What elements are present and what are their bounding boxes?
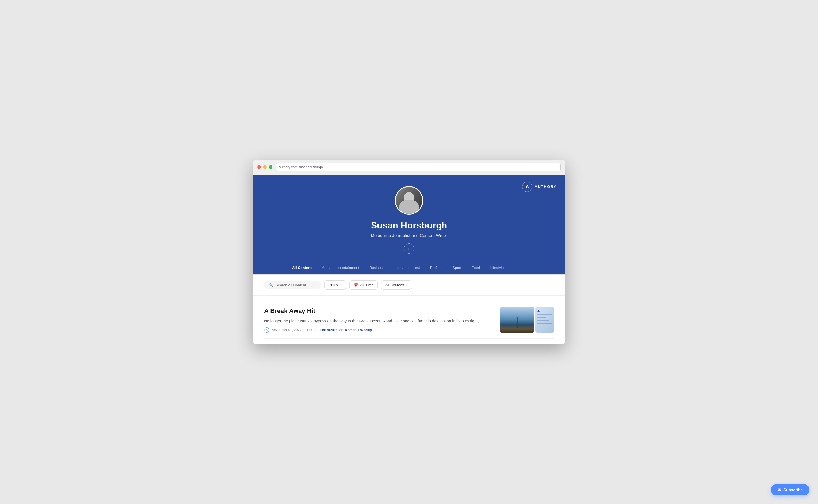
hero-section: A AUTHORY Susan Horsburgh Melbourne Jour… <box>253 175 565 274</box>
browser-chrome: authory.com/susanhorsburgh <box>253 160 565 175</box>
mag-line <box>537 317 546 318</box>
authory-logo-icon: A <box>522 182 532 192</box>
category-tabs: All Content Arts and entertainment Busin… <box>281 262 537 274</box>
article-thumbnail-2 <box>535 307 554 333</box>
tab-all-content[interactable]: All Content <box>287 262 317 274</box>
avatar-image <box>396 187 422 214</box>
article-thumbnail-1 <box>500 307 534 333</box>
content-type-dropdown[interactable]: PDFs ▾ <box>324 280 346 290</box>
authory-logo[interactable]: A AUTHORY <box>522 182 557 192</box>
search-wrapper[interactable]: 🔍 <box>264 281 321 289</box>
subscribe-button[interactable]: ✉ Subscribe <box>771 484 809 495</box>
tab-food[interactable]: Food <box>466 262 485 274</box>
mag-line <box>537 323 552 324</box>
mag-line <box>537 314 552 315</box>
calendar-icon: 📅 <box>354 283 358 287</box>
article-meta: A November 01, 2022 · PDF at The Austral… <box>264 327 494 333</box>
chevron-down-icon-2: ▾ <box>406 283 408 287</box>
mag-line <box>537 320 549 321</box>
mag-line <box>537 322 546 322</box>
avatar <box>395 186 423 215</box>
source-filter-dropdown[interactable]: All Sources ▾ <box>381 280 412 290</box>
source-filter-value: All Sources <box>385 283 404 287</box>
article-type: PDF at <box>307 328 318 332</box>
avatar-container <box>281 186 537 215</box>
pier-image <box>500 307 534 333</box>
subscribe-label: Subscribe <box>783 488 803 492</box>
authory-logo-text: AUTHORY <box>534 184 557 189</box>
table-row[interactable]: A Break Away Hit No longer the place tou… <box>264 301 554 339</box>
magazine-lines <box>537 314 552 331</box>
profile-name: Susan Horsburgh <box>281 220 537 231</box>
mag-line <box>537 316 549 316</box>
close-button[interactable] <box>257 165 261 169</box>
tab-profiles[interactable]: Profiles <box>425 262 447 274</box>
magazine-image <box>535 307 554 333</box>
filter-bar: 🔍 PDFs ▾ 📅 All Time All Sources ▾ <box>253 275 565 296</box>
article-title: A Break Away Hit <box>264 307 494 315</box>
address-text: authory.com/susanhorsburgh <box>279 165 323 169</box>
profile-subtitle: Melbourne Journalist and Content Writer <box>281 233 537 238</box>
minimize-button[interactable] <box>263 165 267 169</box>
article-date: November 01, 2022 <box>272 328 301 332</box>
tab-lifestyle[interactable]: Lifestyle <box>485 262 509 274</box>
traffic-lights <box>257 165 272 169</box>
articles-list: A Break Away Hit No longer the place tou… <box>253 296 565 345</box>
tab-business[interactable]: Business <box>364 262 390 274</box>
time-filter-dropdown[interactable]: 📅 All Time <box>349 280 378 290</box>
separator: · <box>304 328 305 332</box>
mag-line <box>537 319 552 319</box>
article-excerpt: No longer the place tourists bypass on t… <box>264 318 494 324</box>
article-source[interactable]: The Australian Women's Weekly <box>320 328 372 332</box>
content-type-value: PDFs <box>329 283 338 287</box>
article-content: A Break Away Hit No longer the place tou… <box>264 307 494 333</box>
article-images <box>500 307 554 333</box>
maximize-button[interactable] <box>269 165 272 169</box>
content-area: 🔍 PDFs ▾ 📅 All Time All Sources ▾ A Brea… <box>253 274 565 345</box>
tab-arts-entertainment[interactable]: Arts and entertainment <box>317 262 364 274</box>
authory-badge: A <box>264 327 269 333</box>
tab-human-interest[interactable]: Human interest <box>390 262 425 274</box>
search-icon: 🔍 <box>269 283 273 287</box>
address-bar: authory.com/susanhorsburgh <box>276 163 561 171</box>
linkedin-button[interactable]: in <box>404 243 414 254</box>
tab-sport[interactable]: Sport <box>447 262 466 274</box>
chevron-down-icon: ▾ <box>340 283 342 287</box>
browser-window: authory.com/susanhorsburgh A AUTHORY Sus… <box>253 160 565 345</box>
search-input[interactable] <box>276 283 313 287</box>
time-filter-value: All Time <box>360 283 374 287</box>
subscribe-icon: ✉ <box>778 488 781 492</box>
